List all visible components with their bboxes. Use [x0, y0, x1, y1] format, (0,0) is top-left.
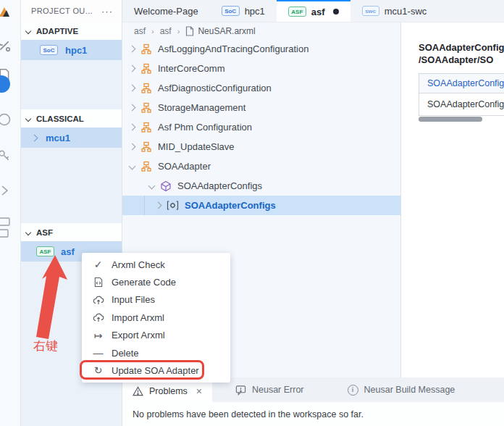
panel-divider[interactable] — [400, 22, 401, 377]
layers-icon[interactable] — [0, 220, 14, 238]
tree-item-midupdateslave[interactable]: MID_UpdateSlave — [122, 137, 400, 156]
chevron-right-icon[interactable] — [31, 134, 38, 141]
menu-item-label: Import Arxml — [112, 312, 164, 323]
panel-header: PROJECT OU... ··· — [20, 0, 122, 22]
tree-item-asfdiagnostic[interactable]: AsfDiagnosticConfiguration — [122, 78, 400, 98]
more-actions-icon[interactable]: ··· — [101, 6, 113, 17]
config-bracket-icon — [167, 200, 179, 211]
indent-guide — [144, 196, 145, 215]
chevron-right-icon[interactable] — [129, 124, 136, 131]
cloud-upload-icon — [92, 295, 104, 305]
menu-item-generate-code[interactable]: Generate Code — [82, 273, 230, 291]
cloud-upload-icon — [92, 312, 104, 322]
context-menu: ✓ Arxml Check Generate Code Input Files … — [82, 253, 230, 383]
tab-hpc1[interactable]: SoC hpc1 — [210, 0, 277, 22]
sidebar-item-hpc1[interactable]: SoC hpc1 — [20, 40, 122, 60]
sidebar-item-mcu1[interactable]: mcu1 — [20, 128, 122, 148]
tree-item-soaadapterconfigs-selected[interactable]: SOAAdapterConfigs — [122, 196, 400, 215]
details-path: /SOAAdapter/SO — [419, 54, 504, 66]
tree-item-label: InterCoreComm — [158, 63, 224, 74]
section-classical[interactable]: CLASSICAL — [20, 109, 122, 128]
unsaved-dot-icon[interactable] — [333, 9, 339, 14]
sidebar-item-label: mcu1 — [46, 133, 70, 143]
tab-neusar-error[interactable]: Neusar Error — [225, 377, 314, 402]
chevron-down-icon[interactable] — [148, 183, 156, 190]
table-cell[interactable]: SOAAdapterConfig — [419, 93, 504, 116]
tab-label: Neusar Error — [252, 385, 304, 395]
chevron-down-icon[interactable] — [25, 28, 31, 33]
breadcrumb-file[interactable]: NeuSAR.arxml — [185, 26, 255, 36]
breadcrumb-separator: › — [177, 27, 180, 36]
tree-item-soaadapter[interactable]: SOAAdapter — [122, 156, 400, 176]
menu-item-import-arxml[interactable]: Import Arxml — [82, 309, 230, 326]
bottom-panel: Problems × Neusar Error i Neusar Build M… — [122, 377, 504, 426]
menu-item-update-soa-adapter[interactable]: ↻ Update SOA Adapter — [82, 362, 230, 379]
tab-label: Problems — [149, 386, 188, 396]
tab-label: mcu1-swc — [385, 6, 427, 17]
tree-item-asfphm[interactable]: Asf Phm Configuration — [122, 117, 400, 137]
info-icon: i — [348, 385, 358, 396]
chevron-right-icon[interactable] — [0, 181, 14, 200]
app-logo-icon[interactable] — [0, 3, 14, 22]
neusar-ide-window: { "sidebar": { "header": {"title": "PROJ… — [0, 0, 504, 426]
tree-item-label: AsfDiagnosticConfiguration — [158, 83, 272, 93]
menu-item-label: Delete — [112, 348, 139, 359]
menu-item-export-arxml[interactable]: ↦ Export Arxml — [82, 327, 230, 344]
tab-welcome-page[interactable]: Welcome-Page — [122, 0, 210, 22]
tab-asf[interactable]: ASF asf — [277, 0, 350, 22]
tree-item-soaadapterconfigs-package[interactable]: SOAAdapterConfigs — [122, 176, 400, 196]
horizontal-scrollbar[interactable] — [419, 117, 482, 122]
tree-item-intercorecomm[interactable]: InterCoreComm — [122, 59, 400, 78]
section-body — [20, 60, 122, 109]
composition-icon — [140, 161, 152, 172]
menu-item-label: Arxml Check — [112, 259, 165, 270]
breadcrumb: asf › asf › NeuSAR.arxml — [122, 22, 400, 39]
composition-icon — [140, 102, 152, 114]
chevron-down-icon[interactable] — [25, 229, 31, 235]
section-label: CLASSICAL — [36, 114, 84, 123]
chevron-down-icon[interactable] — [25, 115, 31, 121]
tab-label: hpc1 — [245, 6, 265, 17]
chevron-right-icon[interactable] — [129, 143, 136, 151]
tab-neusar-build-message[interactable]: i Neusar Build Message — [337, 377, 466, 402]
breadcrumb-separator: › — [151, 27, 154, 36]
chevron-right-icon[interactable] — [129, 65, 136, 72]
menu-item-label: Generate Code — [112, 277, 176, 288]
section-label: ADAPTIVE — [36, 27, 78, 36]
chevron-right-icon[interactable] — [129, 46, 136, 53]
chevron-right-icon[interactable] — [129, 104, 136, 112]
tree-item-storagemanagement[interactable]: StorageManagement — [122, 98, 400, 117]
section-asf[interactable]: ASF — [20, 223, 122, 241]
breadcrumb-item[interactable]: asf — [134, 26, 146, 36]
code-file-icon — [92, 277, 104, 288]
soa-adapter-details-panel: SOAAdapterConfig /SOAAdapter/SO SOAAdapt… — [402, 22, 504, 377]
tree-item-label: StorageManagement — [158, 102, 245, 113]
tools-icon[interactable] — [0, 36, 14, 55]
chevron-right-icon[interactable] — [129, 85, 136, 92]
tree-item-label: SOAAdapter — [158, 161, 211, 172]
chevron-right-icon[interactable] — [155, 202, 162, 209]
tab-label: asf — [311, 7, 325, 17]
tree-item-asflogging[interactable]: AsfLoggingAndTracingConfiguration — [122, 39, 400, 59]
sidebar-item-label: hpc1 — [65, 45, 87, 56]
tree-item-label: SOAAdapterConfigs — [185, 200, 276, 211]
key-icon[interactable] — [0, 146, 14, 165]
chevron-down-icon[interactable] — [129, 163, 136, 170]
tree-item-label: SOAAdapterConfigs — [177, 180, 262, 191]
section-adaptive[interactable]: ADAPTIVE — [20, 22, 122, 40]
feedback-icon — [235, 385, 246, 396]
minus-icon: — — [92, 347, 104, 359]
tab-mcu1-swc[interactable]: swc mcu1-swc — [350, 0, 439, 22]
close-icon[interactable]: × — [196, 385, 202, 397]
breadcrumb-item[interactable]: asf — [160, 26, 172, 36]
menu-item-delete[interactable]: — Delete — [82, 344, 230, 362]
composition-icon — [140, 122, 152, 133]
menu-item-label: Export Arxml — [112, 330, 165, 341]
circle-icon[interactable] — [0, 110, 14, 129]
composition-icon — [140, 63, 152, 75]
menu-item-arxml-check[interactable]: ✓ Arxml Check — [82, 256, 230, 273]
table-header-cell[interactable]: SOAAdapterConfig — [419, 74, 504, 93]
details-title: SOAAdapterConfig — [419, 41, 504, 54]
package-icon — [160, 180, 172, 192]
menu-item-input-files[interactable]: Input Files — [82, 291, 230, 309]
